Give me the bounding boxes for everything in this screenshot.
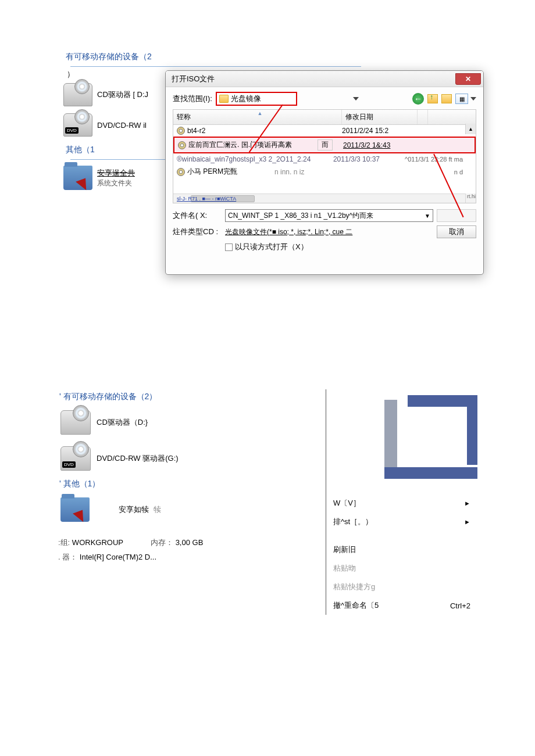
submenu-arrow-icon: ► — [464, 518, 470, 525]
filename-input[interactable]: CN_WINT_SP 1 _X86_33 i n1 _V1.2by^约而来 ▼ — [225, 209, 433, 222]
filename-label: 文件名( X: — [173, 210, 222, 221]
share-item-label: 安享逞全共 — [97, 168, 135, 178]
ctx-item-refresh[interactable]: 刷新旧 — [326, 540, 477, 559]
lookin-combobox[interactable]: 光盘镜像 — [216, 92, 297, 106]
ctx-item-sort[interactable]: 排^st［。） ► — [326, 513, 477, 531]
cancel-button[interactable]: 取消 — [437, 225, 476, 238]
readonly-checkbox[interactable] — [225, 243, 233, 251]
share-folder-item2[interactable]: 安享如犊 犊 — [58, 492, 256, 528]
filename-row: 文件名( X: CN_WINT_SP 1 _X86_33 i n1 _V1.2b… — [173, 209, 476, 222]
back-button[interactable]: ← — [412, 93, 424, 105]
decorative-shape — [384, 395, 477, 482]
cancel-label: 取消 — [449, 227, 464, 236]
scroll-link-text: sl-J- R71 . ■— - r■WiCTA — [177, 196, 236, 202]
file-row[interactable]: 小马 PERM完甄 n inn. n iz n d — [173, 165, 476, 178]
iso-file-icon — [177, 127, 185, 135]
readonly-label: 以只读方式打开（X） — [235, 242, 308, 252]
red-arrow-overlay — [76, 178, 90, 193]
cd-drive-icon — [63, 83, 92, 106]
folder-icon — [63, 166, 92, 190]
file-name: bt4-r2 — [187, 127, 205, 135]
section-removable-header2[interactable]: ' 有可移动存储的设备（2） — [58, 389, 256, 404]
top-region: 有可移动存储的设备（2 ） CD驱动器 [ D:J DVD DVD/CD-RW … — [61, 49, 486, 276]
divider — [70, 66, 361, 67]
share-item-label: 安享如犊 犊 — [119, 504, 161, 515]
mid-text: 而 — [318, 139, 333, 151]
file-list: 轾称 ▲ 修改日期 ▲ bt4-r2 2011/2/24 15:2 — [173, 109, 476, 203]
cpu-label: . 器： — [58, 553, 77, 561]
dvd-badge: DVD — [65, 127, 79, 134]
ctx-spacer — [326, 531, 477, 540]
filetype-combobox[interactable]: 光盘映像文件(*■ iso; *, isz;*. Lin;*, cue 二 — [225, 227, 433, 237]
dvd-drive-icon: DVD — [60, 446, 91, 471]
cd-drive-icon — [60, 410, 91, 435]
file-row[interactable]: ®winbaicai_win7ghostspI_x3 2_2O11_2.24 2… — [173, 153, 476, 165]
filetype-label: 炷件类型CD : — [173, 227, 222, 237]
readonly-row: 以只读方式打开（X） — [173, 242, 476, 252]
view-grid-icon: ▦ — [459, 96, 465, 102]
file-extra: ^011/3/1 23:28 ft ma — [405, 156, 476, 163]
dvd-drive-icon: DVD — [63, 113, 92, 137]
file-extra: n d — [454, 169, 476, 175]
scroll-up-button[interactable]: ▲ — [465, 124, 476, 134]
share-folder-item[interactable]: 安享逞全共 系统文件夹 — [61, 162, 166, 194]
bottom-region: ' 有可移动存储的设备（2） CD驱动器（D:} DVD DVD/CD-RW 驱… — [58, 389, 477, 615]
submenu-arrow-icon: ► — [464, 500, 470, 507]
dvd-drive-item2[interactable]: DVD DVD/CD-RW 驱动器(G:) — [58, 440, 256, 476]
horizontal-scrollbar[interactable]: sl-J- R71 . ■— - r■WiCTA rt.hi — [173, 194, 465, 203]
mem-value: 3,00 GB — [176, 538, 204, 547]
dialog-toolbar: ← ▦ — [412, 93, 476, 105]
new-folder-button[interactable] — [441, 94, 452, 103]
dvd-drive-label: DVD/CD-RW 驱动器(G:) — [97, 453, 179, 464]
column-scroll-gap — [418, 110, 428, 124]
explorer-left-panel: 有可移动存储的设备（2 ） CD驱动器 [ D:J DVD DVD/CD-RW … — [61, 49, 166, 200]
ctx-label: 粘贴昒 — [333, 563, 356, 574]
file-row[interactable]: bt4-r2 2011/2/24 15:2 — [173, 125, 476, 137]
file-list-header: 轾称 ▲ 修改日期 — [173, 110, 476, 125]
column-header-modified[interactable]: 修改日期 — [342, 110, 418, 124]
view-menu-button[interactable]: ▦ — [455, 94, 468, 104]
ctx-item-undo-rename[interactable]: 撤^重命名〔5 Ctrl+2 — [326, 596, 477, 615]
filename-dropdown-arrow[interactable]: ▼ — [425, 213, 430, 219]
section-removable-header[interactable]: 有可移动存储的设备（2 — [61, 49, 166, 64]
file-date: 2011/3/2 1&:43 — [343, 141, 419, 149]
ctx-item-view[interactable]: W〔V］ ► — [326, 494, 477, 513]
file-row-selected[interactable]: 应前而宜匚澜云. 国.门项诟再高素 而 2011/3/2 1&:43 — [173, 137, 476, 153]
open-button[interactable] — [437, 209, 476, 222]
share-tail: 犊 — [154, 505, 161, 514]
ctx-label: 刷新旧 — [333, 544, 356, 555]
file-name: 小马 PERM完甄 — [187, 167, 237, 177]
share-item-sub: 系统文件夹 — [97, 178, 135, 188]
close-button[interactable]: ✕ — [455, 73, 481, 85]
lookin-row: 查找范围(I): 光盘镜像 ← ▦ — [173, 92, 476, 106]
ctx-label: W〔V］ — [333, 498, 361, 508]
iso-file-icon — [178, 141, 186, 149]
dialog-title: 打开ISO文件 — [172, 74, 215, 84]
filename-value: CN_WINT_SP 1 _X86_33 i n1 _V1.2by^约而来 — [228, 211, 373, 221]
section-other-header[interactable]: 其他（1 — [61, 142, 166, 157]
ctx-label: 排^st［。） — [333, 517, 373, 527]
section-removable-label: 有可移动存储的设备（2 — [66, 52, 152, 61]
dialog-titlebar[interactable]: 打开ISO文件 ✕ — [166, 71, 483, 87]
section-other-header2[interactable]: ' 其他（1） — [58, 476, 256, 492]
sort-ascending-icon: ▲ — [258, 110, 263, 116]
section-closing-paren: ） — [61, 69, 166, 80]
lookin-value: 光盘镜像 — [231, 94, 261, 104]
folder-small-icon — [219, 95, 229, 103]
ctx-label: 粘贴快捷方g — [333, 582, 375, 592]
dvd-drive-item[interactable]: DVD DVD/CD-RW il — [61, 110, 166, 140]
filetype-value: 光盘映像文件(*■ iso; *, isz;*. Lin;*, cue 二 — [225, 228, 352, 236]
ctx-label: 撤^重命名〔5 — [333, 600, 379, 611]
cd-drive-item2[interactable]: CD驱动器（D:} — [58, 404, 256, 440]
corner-text: rt.hi — [465, 194, 476, 203]
cpu-value: Intel(R] Core(TM)2 D... — [80, 553, 156, 561]
cd-drive-item[interactable]: CD驱动器 [ D:J — [61, 80, 166, 110]
up-one-level-button[interactable] — [427, 94, 438, 103]
file-name: ®winbaicai_win7ghostspI_x3 2_2O11_2.24 — [177, 155, 311, 163]
cd-drive-label: CD驱动器 [ D:J — [97, 89, 148, 100]
column-header-name[interactable]: 轾称 ▲ — [173, 110, 342, 124]
lookin-dropdown-arrow[interactable] — [353, 97, 359, 101]
ctx-item-paste-shortcut: 粘贴快捷方g — [326, 578, 477, 596]
view-dropdown-arrow[interactable] — [470, 97, 476, 101]
mem-label: 内存： — [151, 538, 173, 547]
